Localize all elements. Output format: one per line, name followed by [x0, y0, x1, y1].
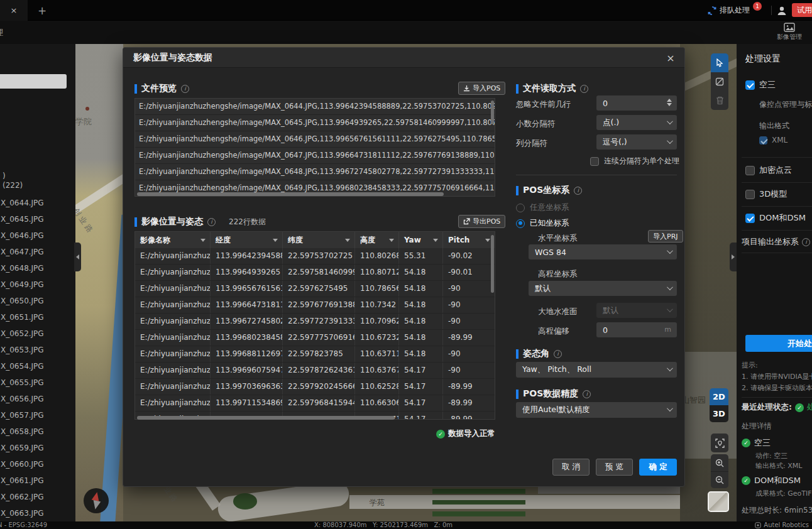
- info-icon[interactable]: [580, 85, 588, 93]
- user-account-button[interactable]: [774, 3, 789, 18]
- start-processing-button[interactable]: 开始处理: [745, 335, 812, 352]
- preview-button[interactable]: 预 览: [596, 459, 633, 476]
- list-item-image-file[interactable]: X_0657.JPG: [0, 407, 75, 423]
- list-item-image-file[interactable]: X_0655.JPG: [0, 374, 75, 391]
- table-row[interactable]: E:/zhiyuanjianzhuz... 113.99664731811...…: [135, 297, 495, 314]
- table-row[interactable]: E:/zhiyuanjianzhuz... 113.99656761561...…: [135, 281, 495, 297]
- dialog-close-button[interactable]: ×: [664, 52, 677, 64]
- shape-tool-button[interactable]: [711, 72, 728, 91]
- cell-yaw: 54.18: [399, 264, 443, 280]
- info-icon[interactable]: [574, 187, 582, 195]
- view-2d-button[interactable]: 2D: [710, 388, 728, 405]
- list-item-image-file[interactable]: X_0658.JPG: [0, 423, 75, 440]
- trial-button[interactable]: 试用: [792, 3, 812, 17]
- vertical-crs-select[interactable]: 默认: [529, 281, 677, 296]
- confirm-button[interactable]: 确 定: [639, 459, 677, 476]
- list-item-image-file[interactable]: X_0663.JPG: [0, 505, 75, 521]
- table-row[interactable]: E:/zhiyuanjianzhuz... 113.99680238458...…: [135, 330, 495, 346]
- file-preview-list[interactable]: E:/zhiyuanjianzhuzhengshe/image/MAX_0644…: [134, 98, 495, 197]
- table-row[interactable]: E:/zhiyuanjianzhuz... 113.99703696363...…: [135, 379, 495, 395]
- queue-processing[interactable]: 排队处理 1: [708, 0, 762, 21]
- decimal-separator-select[interactable]: 点(.): [596, 115, 677, 130]
- overview-map-toggle[interactable]: [708, 491, 729, 512]
- image-management-button[interactable]: 影像管理: [771, 23, 808, 43]
- number-spinner[interactable]: [667, 99, 672, 106]
- column-header[interactable]: Yaw: [399, 232, 443, 248]
- list-item-image-file[interactable]: X_0661.JPG: [0, 472, 75, 489]
- gcp-management-link[interactable]: 像控点管理与标记: [759, 99, 812, 110]
- geoid-select[interactable]: 默认: [596, 303, 677, 318]
- checkbox-dom-dsm[interactable]: DOM和DSM: [745, 212, 806, 224]
- radio-known-crs[interactable]: 已知坐标系: [516, 218, 569, 229]
- select-tool-button[interactable]: [711, 53, 728, 72]
- radio-arbitrary-crs[interactable]: 任意坐标系: [516, 202, 569, 213]
- list-item-image-file[interactable]: X_0660.JPG: [0, 456, 75, 472]
- attitude-order-select[interactable]: Yaw、 Pitch、 Roll: [516, 362, 677, 378]
- column-separator-select[interactable]: 逗号(,): [596, 134, 677, 150]
- column-header[interactable]: Pitch: [443, 232, 495, 248]
- info-icon[interactable]: [181, 85, 189, 93]
- table-row[interactable]: E:/zhiyuanjianzhuz... 113.99688112697...…: [135, 346, 495, 363]
- list-item-image-file[interactable]: X_0652.JPG: [0, 325, 75, 342]
- list-item-image-file[interactable]: X_0662.JPG: [0, 489, 75, 505]
- zoom-in-button[interactable]: [711, 454, 728, 471]
- table-horizontal-scrollbar[interactable]: [137, 416, 395, 420]
- horizontal-crs-select[interactable]: WGS 84: [529, 244, 677, 259]
- accuracy-select[interactable]: 使用Autel默认精度: [516, 402, 677, 418]
- info-icon[interactable]: [802, 238, 810, 246]
- column-header[interactable]: 影像名称: [135, 232, 211, 248]
- panel-collapse-handle[interactable]: [730, 243, 737, 271]
- continuous-separator-checkbox[interactable]: 连续分隔符为单个处理: [590, 156, 679, 166]
- checkbox-xml[interactable]: XML: [759, 136, 787, 145]
- import-prj-button[interactable]: 导入PRJ: [648, 230, 683, 243]
- list-item-image-file[interactable]: X_0650.JPG: [0, 293, 75, 309]
- compass-control[interactable]: [84, 488, 109, 513]
- table-vertical-scrollbar[interactable]: [491, 235, 494, 293]
- column-header[interactable]: 经度: [211, 232, 283, 248]
- cell-latitude: 22.5976275495: [283, 281, 355, 297]
- list-item-image-file[interactable]: X_0647.JPG: [0, 244, 75, 260]
- checkbox-aerotriangulation[interactable]: 空三: [745, 79, 776, 90]
- column-header[interactable]: 纬度: [283, 232, 355, 248]
- list-item-image-file[interactable]: X_0654.JPG: [0, 358, 75, 374]
- table-row[interactable]: E:/zhiyuanjianzhuz... 113.99642394588...…: [135, 248, 495, 264]
- locate-button[interactable]: [711, 434, 728, 452]
- zoom-out-button[interactable]: [711, 471, 728, 488]
- info-icon[interactable]: [583, 390, 591, 398]
- sidebar-collapse-handle[interactable]: [74, 243, 81, 271]
- table-row[interactable]: E:/zhiyuanjianzhuz... 113.99711534869...…: [135, 395, 495, 412]
- view-3d-button[interactable]: 3D: [710, 405, 728, 422]
- list-item-image-file[interactable]: X_0659.JPG: [0, 440, 75, 456]
- info-icon[interactable]: [554, 350, 562, 358]
- list-item-image-file[interactable]: X_0645.JPG: [0, 211, 75, 227]
- list-item-image-file[interactable]: X_0651.JPG: [0, 309, 75, 325]
- list-item-image-file[interactable]: X_0656.JPG: [0, 391, 75, 407]
- table-row[interactable]: E:/zhiyuanjianzhuz... 113.9964939265 22.…: [135, 264, 495, 281]
- elevation-offset-input[interactable]: 0 m: [596, 322, 677, 337]
- project-output-crs[interactable]: 项目输出坐标系: [742, 236, 810, 248]
- column-header[interactable]: 高度: [355, 232, 399, 248]
- list-item-image-file[interactable]: X_0653.JPG: [0, 342, 75, 358]
- export-pos-button[interactable]: 导出POS: [458, 215, 505, 228]
- list-item-image-file[interactable]: X_0644.JPG: [0, 195, 75, 211]
- preview-horizontal-scrollbar[interactable]: [137, 192, 444, 196]
- skip-lines-input[interactable]: 0: [596, 95, 677, 111]
- delete-tool-button[interactable]: [711, 91, 728, 110]
- list-item-image-file[interactable]: X_0648.JPG: [0, 260, 75, 276]
- info-icon[interactable]: [207, 218, 216, 226]
- table-row[interactable]: E:/zhiyuanjianzhuz... 113.99696075947...…: [135, 363, 495, 379]
- sidebar-selected-item[interactable]: [0, 74, 67, 89]
- checkbox-point-cloud[interactable]: 加密点云: [745, 165, 792, 176]
- cancel-button[interactable]: 取 消: [552, 459, 590, 476]
- import-pos-button[interactable]: 导入POS: [458, 82, 505, 95]
- tab-close-button[interactable]: ×: [0, 0, 28, 21]
- preview-vertical-scrollbar[interactable]: [491, 101, 494, 124]
- checkbox-3d-model[interactable]: 3D模型: [745, 188, 787, 200]
- cursor-icon: [715, 58, 724, 67]
- list-item-image-file[interactable]: X_0646.JPG: [0, 227, 75, 244]
- list-item-image-file[interactable]: X_0649.JPG: [0, 276, 75, 293]
- chevron-down-icon: [667, 248, 673, 254]
- table-row[interactable]: E:/zhiyuanjianzhuz... 113.99672745802...…: [135, 314, 495, 330]
- new-tab-button[interactable]: +: [33, 0, 52, 21]
- cell-latitude: 22.597823785: [283, 346, 355, 362]
